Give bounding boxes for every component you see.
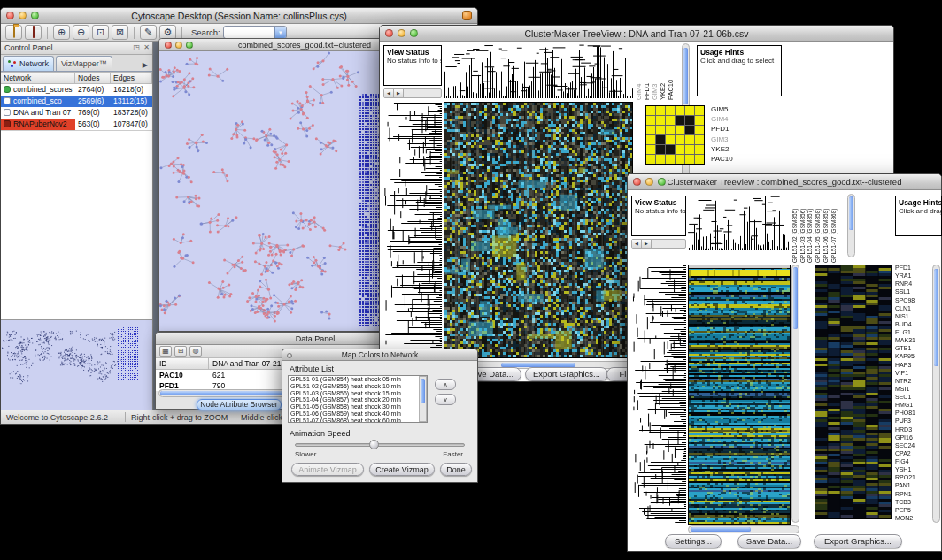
- tab-overflow-arrow[interactable]: ▶: [140, 59, 151, 71]
- dna-zoom-matrix[interactable]: [645, 105, 705, 165]
- zoom-heatmap[interactable]: [815, 265, 892, 518]
- attribute-select-button[interactable]: ▦: [159, 346, 172, 357]
- gene-label[interactable]: ELG1: [895, 329, 930, 335]
- gene-label[interactable]: HAP3: [895, 362, 930, 368]
- mini-hscrollbar[interactable]: ◀ ▶: [383, 88, 442, 98]
- scroll-right-icon[interactable]: ▶: [642, 240, 652, 248]
- column-label[interactable]: GPL51-07 (GSM868): [830, 196, 838, 263]
- zoom-vscrollbar[interactable]: [932, 265, 940, 523]
- column-label[interactable]: GPL51-06 (GSM859): [822, 196, 830, 263]
- gene-label[interactable]: SEC24: [895, 442, 930, 449]
- column-label[interactable]: PAC10: [667, 45, 675, 100]
- scrollbar-thumb[interactable]: [683, 48, 688, 104]
- create-vizmap-button[interactable]: Create Vizmap: [369, 463, 435, 476]
- minimize-button[interactable]: [19, 12, 27, 19]
- gene-label[interactable]: KAP95: [895, 353, 930, 359]
- gene-label[interactable]: NTR2: [895, 378, 930, 384]
- attribute-list-item[interactable]: GPL51-03 (GSM856) heat shock 15 min: [289, 390, 427, 397]
- gene-label[interactable]: HRD3: [895, 426, 930, 433]
- gene-label[interactable]: FIG4: [895, 458, 930, 464]
- gene-label[interactable]: PEP5: [895, 507, 930, 513]
- export-graphics-button[interactable]: Export Graphics...: [814, 534, 902, 548]
- network-table-row[interactable]: combined_sco 2569(6) 13112(15): [1, 96, 152, 107]
- zoom-button[interactable]: [186, 42, 193, 49]
- gene-label[interactable]: MON2: [895, 515, 930, 521]
- gene-label[interactable]: GIM4: [711, 116, 733, 123]
- gene-label[interactable]: BUD4: [895, 321, 930, 327]
- combined-heatmap[interactable]: [689, 265, 790, 524]
- gene-label[interactable]: SSL1: [895, 288, 930, 295]
- close-button[interactable]: [6, 12, 14, 19]
- attribute-list-item[interactable]: GPL51-06 (GSM859) heat shock 40 min: [289, 410, 427, 418]
- minimize-button[interactable]: [645, 178, 653, 186]
- column-dendrogram[interactable]: [688, 194, 789, 250]
- network-name-cell[interactable]: combined_scores: [1, 84, 75, 96]
- row-dendrogram[interactable]: [383, 102, 442, 358]
- attribute-create-button[interactable]: ⊞: [174, 346, 187, 357]
- minimize-button[interactable]: [175, 42, 182, 49]
- column-label[interactable]: PFD1: [643, 45, 651, 100]
- gene-label[interactable]: SPC98: [895, 297, 930, 303]
- attribute-list-item[interactable]: GPL51-07 (GSM868) heat shock 60 min: [289, 418, 427, 423]
- attribute-list-item[interactable]: GPL51-01 (GSM854) heat shock 05 min: [289, 376, 427, 383]
- gene-label[interactable]: CLN1: [895, 305, 930, 311]
- chevron-down-icon[interactable]: ▼: [274, 27, 286, 38]
- main-vscrollbar[interactable]: [791, 265, 799, 523]
- gene-label[interactable]: YRA1: [895, 272, 930, 279]
- gene-label[interactable]: NIS1: [895, 313, 930, 319]
- scrollbar-thumb[interactable]: [934, 269, 938, 366]
- cytoscape-titlebar[interactable]: Cytoscape Desktop (Session Name: collins…: [1, 8, 477, 24]
- node-attribute-browser-tab[interactable]: Node Attribute Browser: [197, 399, 282, 410]
- treeview-dna-titlebar[interactable]: ClusterMaker TreeView : DNA and Tran 07-…: [380, 26, 893, 42]
- animate-vizmap-button[interactable]: Animate Vizmap: [291, 463, 364, 476]
- close-button[interactable]: [633, 178, 641, 186]
- close-button[interactable]: [385, 29, 393, 37]
- gene-label[interactable]: GPI16: [895, 434, 930, 441]
- scrollbar-thumb[interactable]: [691, 527, 751, 532]
- network-table-row[interactable]: combined_scores 2764(0) 16218(0): [1, 84, 152, 96]
- gene-label[interactable]: HMG1: [895, 402, 930, 408]
- tab-vizmapper[interactable]: VizMapper™: [56, 56, 112, 71]
- col-nodes[interactable]: Nodes: [75, 72, 111, 84]
- zoom-region-button[interactable]: ⊠: [112, 25, 128, 40]
- gene-label[interactable]: PUF3: [895, 418, 930, 424]
- network-name-cell[interactable]: RNAPuberNov2: [1, 119, 75, 130]
- network-name-cell[interactable]: combined_sco: [1, 96, 75, 107]
- mini-hscrollbar[interactable]: ◀ ▶: [631, 239, 686, 249]
- move-down-button[interactable]: ∨: [435, 394, 456, 405]
- minimize-button[interactable]: [398, 29, 405, 37]
- gene-label[interactable]: RPN1: [895, 491, 930, 497]
- column-label[interactable]: GIM3: [651, 45, 659, 100]
- dna-heatmap[interactable]: [444, 103, 632, 357]
- attribute-import-button[interactable]: ◍: [189, 346, 202, 357]
- col-network[interactable]: Network: [1, 72, 75, 84]
- scroll-left-icon[interactable]: ◀: [632, 240, 642, 248]
- gene-label[interactable]: VIP1: [895, 370, 930, 376]
- attribute-list-item[interactable]: GPL51-02 (GSM855) heat shock 10 min: [289, 383, 427, 390]
- attribute-list-item[interactable]: GPL51-04 (GSM857) heat shock 20 min: [289, 396, 427, 403]
- export-graphics-button[interactable]: Export Graphics...: [525, 367, 608, 381]
- scrollbar-thumb[interactable]: [421, 379, 425, 403]
- annotate-button[interactable]: ✎: [140, 25, 157, 40]
- save-session-button[interactable]: [25, 25, 42, 40]
- save-data-button[interactable]: Save Data...: [737, 534, 801, 548]
- close-panel-icon[interactable]: ✕: [143, 43, 150, 51]
- gene-label[interactable]: PAC10: [711, 156, 733, 163]
- attribute-listbox[interactable]: GPL51-01 (GSM854) heat shock 05 minGPL51…: [288, 375, 428, 423]
- search-combobox[interactable]: ▼: [223, 26, 287, 39]
- scroll-left-icon[interactable]: ◀: [384, 89, 394, 97]
- gene-label[interactable]: PHO81: [895, 410, 930, 416]
- gene-label[interactable]: PFD1: [895, 265, 930, 271]
- scroll-right-icon[interactable]: ▶: [394, 89, 404, 97]
- float-panel-icon[interactable]: ◳: [133, 43, 140, 51]
- gene-label[interactable]: YSH1: [895, 466, 930, 472]
- header-vscrollbar[interactable]: [847, 194, 855, 257]
- column-label[interactable]: GPL51-05 (GSM858): [814, 196, 822, 263]
- move-up-button[interactable]: ∧: [435, 379, 456, 390]
- gene-label[interactable]: GIM3: [711, 136, 733, 143]
- gene-label[interactable]: RNR4: [895, 280, 930, 287]
- network-table-row[interactable]: RNAPuberNov2 563(0) 107847(0): [1, 119, 152, 130]
- network-name-cell[interactable]: DNA and Tran 07: [1, 107, 75, 119]
- column-label[interactable]: YKE2: [659, 45, 667, 100]
- gene-label[interactable]: RPO21: [895, 474, 930, 480]
